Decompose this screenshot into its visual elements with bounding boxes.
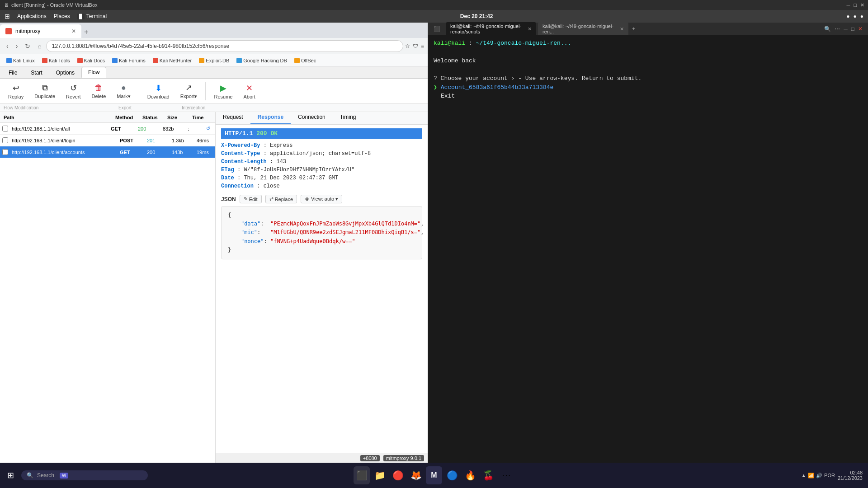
home-button[interactable]: ⌂ [35,41,44,52]
taskbar-m-icon[interactable]: M [426,466,442,484]
main-area: mitmproxy ✕ + ‹ › ↻ ⌂ ☆ 🛡 ≡ Kali Linux [0,23,868,463]
browser-tab-mitmproxy[interactable]: mitmproxy ✕ [0,24,81,38]
windows-taskbar: ⊞ 🔍 Search W ⬛ 📁 🔴 🦊 M 🔵 🔥 🍒 ⋯ ▲ 📶 🔊 POR… [0,463,868,488]
tray-network-icon[interactable]: 📶 [808,473,814,479]
duplicate-button[interactable]: ⧉ Duplicate [30,81,60,101]
bookmark-kali-nethunter[interactable]: Kali NetHunter [150,57,195,64]
flow-row-2[interactable]: http://192.168.1.1/client/accounts GET 2… [0,146,215,158]
terminal-close-icon[interactable]: ✕ [858,26,863,32]
places-menu[interactable]: Places [54,13,70,19]
mitm-tab-flow[interactable]: Flow [81,67,106,78]
export-button[interactable]: ↗ Export▾ [176,81,202,101]
flow-method-1: POST [118,138,145,143]
terminal-selected-account[interactable]: ❯ Account_6583a61f65b44b33a713384e [434,83,863,92]
detail-tab-timing[interactable]: Timing [333,112,363,124]
terminal-menu[interactable]: ▉ Terminal [77,13,107,19]
terminal-window-controls[interactable]: 🔍 ⋯ ─ □ ✕ [824,26,866,32]
flow-reload-0[interactable]: ↺ [206,126,215,131]
menu-icon[interactable]: ≡ [421,43,424,49]
back-button[interactable]: ‹ [4,41,11,52]
delete-button[interactable]: 🗑 Delete [87,81,111,101]
terminal-tab-0[interactable]: kali@kali: ~/t49-goncalo-miguel-renato/s… [446,22,536,36]
linux-grid-icon[interactable]: ⊞ [5,13,10,20]
taskbar-fire-icon[interactable]: 🔥 [462,466,478,484]
flow-path-0: http://192.168.1.1/client/all [10,126,109,131]
taskbar-files-icon[interactable]: 📁 [372,466,388,484]
mark-icon: ● [121,83,126,93]
mitm-tab-options[interactable]: Options [49,67,81,78]
bookmark-icon [236,58,242,63]
taskbar-red-icon[interactable]: 🔴 [390,466,406,484]
flow-checkbox-0[interactable] [0,126,10,131]
win-clock[interactable]: 02:48 21/12/2023 [838,470,863,481]
detail-tab-connection[interactable]: Connection [291,112,333,124]
taskbar-firefox-icon[interactable]: 🦊 [408,466,424,484]
detail-content: HTTP/1.1 200 OK X-Powered-By : Express C… [216,125,428,453]
bookmark-kali-forums[interactable]: Kali Forums [109,57,148,64]
flow-row-0[interactable]: http://192.168.1.1/client/all GET 200 83… [0,123,215,135]
flow-path-2: http://192.168.1.1/client/accounts [10,150,118,155]
terminal-maximize-icon[interactable]: □ [851,26,854,32]
win-search[interactable]: 🔍 Search W [21,470,148,480]
bookmark-star-icon[interactable]: ☆ [405,43,410,49]
flow-checkbox-1[interactable] [0,137,10,143]
minimize-btn[interactable]: ─ [847,2,850,8]
edit-icon: ✎ [244,196,248,202]
bookmark-kali-linux[interactable]: Kali Linux [4,57,38,64]
replay-button[interactable]: ↩ Replay [4,81,28,101]
terminal-search-icon[interactable]: 🔍 [824,26,831,32]
taskbar-edge-icon[interactable]: 🔵 [444,466,460,484]
json-view-button[interactable]: 👁 View: auto ▾ [301,195,342,203]
applications-menu[interactable]: Applications [17,13,47,19]
abort-button[interactable]: ✕ Abort [239,81,259,101]
terminal-menu-icon[interactable]: ⋯ [835,26,840,32]
taskbar-terminal-icon[interactable]: ⬛ [354,466,370,484]
reload-button[interactable]: ↻ [22,41,33,52]
forward-button[interactable]: › [13,41,21,52]
vm-titlebar: 🖥 client [Running] - Oracle VM VirtualBo… [0,0,868,10]
mitm-tab-file[interactable]: File [2,67,24,78]
detail-tab-request[interactable]: Request [216,112,250,124]
url-bar[interactable] [46,40,403,52]
bookmark-icon [153,58,158,63]
bookmark-kali-docs[interactable]: Kali Docs [75,57,108,64]
taskbar-cherry-icon[interactable]: 🍒 [480,466,496,484]
vm-title: 🖥 client [Running] - Oracle VM VirtualBo… [4,2,98,8]
flow-checkbox-2[interactable] [0,149,10,155]
flow-row-1[interactable]: http://192.168.1.1/client/login POST 201… [0,135,215,146]
terminal-tab-close-1[interactable]: ✕ [620,26,624,32]
tab-favicon [5,28,12,34]
maximize-btn[interactable]: □ [854,2,857,8]
bookmark-google-hacking-db[interactable]: Google Hacking DB [234,57,290,64]
flows-list: Path Method Status Size Time http://192.… [0,112,216,463]
terminal-tab-close-0[interactable]: ✕ [528,26,532,32]
close-btn[interactable]: ✕ [860,2,864,8]
tab-close-btn[interactable]: ✕ [71,28,76,34]
duplicate-icon: ⧉ [42,83,48,93]
resume-button[interactable]: ▶ Resume [209,81,237,101]
flow-time-1: 46ms [195,138,215,143]
taskbar-apps-icon[interactable]: ⋯ [498,466,514,484]
flow-time-0: : [186,126,206,131]
download-button[interactable]: ⬇ Download [143,81,174,101]
new-tab-button[interactable]: + [81,28,91,36]
vm-window-controls[interactable]: ─ □ ✕ [847,2,864,8]
terminal-exit-item[interactable]: Exit [434,92,863,101]
terminal-minimize-icon[interactable]: ─ [844,26,848,32]
json-replace-button[interactable]: ⇄ Replace [265,195,297,203]
mitm-tab-start[interactable]: Start [24,67,49,78]
bookmark-offsec[interactable]: OffSec [292,57,319,64]
flow-mod-label: Flow Modification [0,105,118,110]
terminal-tab-1[interactable]: kali@kali: ~/t49-goncalo-miguel-ren... ✕ [538,22,628,36]
terminal-new-tab-button[interactable]: + [630,26,637,32]
revert-button[interactable]: ↺ Revert [61,81,85,101]
bookmark-kali-tools[interactable]: Kali Tools [39,57,73,64]
tray-volume-icon[interactable]: 🔊 [816,473,822,479]
win-start-button[interactable]: ⊞ [0,470,21,480]
tray-icon-1: ▲ [801,473,806,478]
json-edit-button[interactable]: ✎ Edit [240,195,262,203]
detail-tab-response[interactable]: Response [250,112,291,124]
shield-icon: 🛡 [413,43,418,49]
bookmark-exploit-db[interactable]: Exploit-DB [196,57,232,64]
mark-button[interactable]: ● Mark▾ [112,81,135,101]
